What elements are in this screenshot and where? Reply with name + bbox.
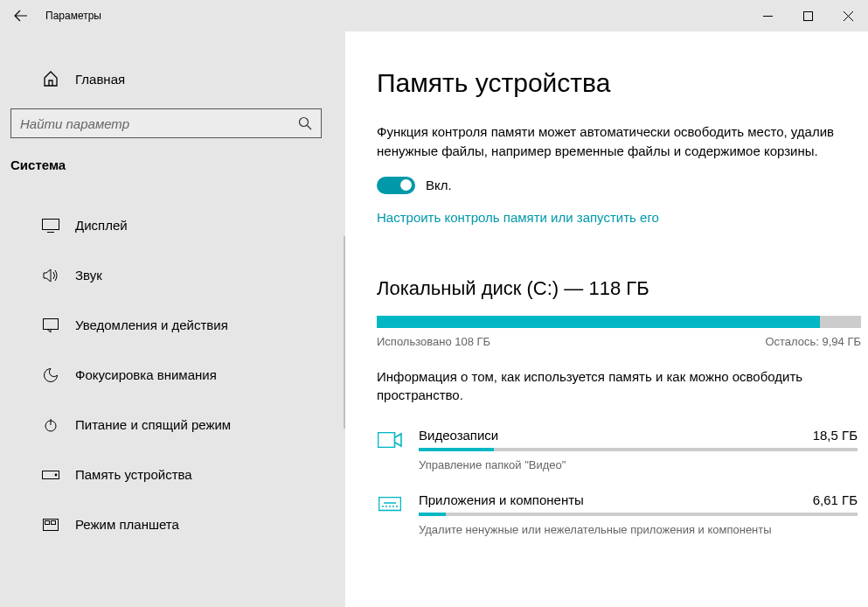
svg-rect-11 xyxy=(379,498,401,511)
category-bar xyxy=(419,513,858,516)
window-title: Параметры xyxy=(42,10,747,22)
home-nav[interactable]: Главная xyxy=(0,61,345,96)
nav-label: Звук xyxy=(75,268,102,283)
disk-usage-fill xyxy=(377,316,820,328)
maximize-button[interactable] xyxy=(788,0,828,31)
minimize-button[interactable] xyxy=(747,0,788,31)
disk-free-label: Осталось: 9,94 ГБ xyxy=(765,335,861,348)
storage-sense-description: Функция контроля памяти может автоматиче… xyxy=(377,122,849,161)
nav-focus[interactable]: Фокусировка внимания xyxy=(0,350,345,400)
nav-storage[interactable]: Память устройства xyxy=(0,450,345,499)
nav-label: Уведомления и действия xyxy=(75,317,228,332)
category-sub: Удалите ненужные или нежелательные прило… xyxy=(419,523,858,536)
nav-power[interactable]: Питание и спящий режим xyxy=(0,400,345,450)
maximize-icon xyxy=(803,11,813,21)
category-videos[interactable]: Видеозаписи 18,5 ГБ Управление папкой "В… xyxy=(377,428,858,471)
svg-rect-0 xyxy=(803,11,812,20)
toggle-state-label: Вкл. xyxy=(426,178,452,192)
search-input[interactable] xyxy=(11,116,289,131)
category-name: Видеозаписи xyxy=(419,428,498,443)
disk-title: Локальный диск (C:) — 118 ГБ xyxy=(377,277,858,300)
nav-label: Фокусировка внимания xyxy=(75,367,217,382)
category-size: 18,5 ГБ xyxy=(813,428,858,443)
nav-sound[interactable]: Звук xyxy=(0,250,345,300)
svg-rect-10 xyxy=(378,433,395,448)
tablet-icon xyxy=(42,519,59,531)
apps-icon xyxy=(377,494,403,515)
power-icon xyxy=(42,418,59,432)
nav-label: Память устройства xyxy=(75,467,192,482)
sidebar: Главная Система Дисплей Звук Уведомления… xyxy=(0,31,345,607)
category-label: Система xyxy=(0,157,345,172)
search-box[interactable] xyxy=(10,108,322,138)
svg-rect-2 xyxy=(43,219,59,229)
page-heading: Память устройства xyxy=(377,68,858,98)
minimize-icon xyxy=(763,11,773,21)
svg-rect-8 xyxy=(45,520,50,524)
svg-rect-9 xyxy=(52,520,56,524)
disk-usage-bar xyxy=(377,316,861,328)
sound-icon xyxy=(42,269,59,283)
nav-display[interactable]: Дисплей xyxy=(0,200,345,250)
svg-point-6 xyxy=(55,473,58,476)
svg-rect-3 xyxy=(44,318,59,329)
titlebar: Параметры xyxy=(0,0,868,31)
home-icon xyxy=(42,71,59,87)
notifications-icon xyxy=(42,318,59,332)
home-label: Главная xyxy=(75,72,125,87)
search-icon xyxy=(289,116,321,130)
svg-point-1 xyxy=(300,118,309,127)
configure-link[interactable]: Настроить контроль памяти или запустить … xyxy=(377,210,659,225)
nav-label: Питание и спящий режим xyxy=(75,417,231,432)
display-icon xyxy=(42,219,59,233)
disk-used-label: Использовано 108 ГБ xyxy=(377,335,490,348)
nav-label: Дисплей xyxy=(75,218,128,233)
nav-tablet[interactable]: Режим планшета xyxy=(0,499,345,549)
close-icon xyxy=(844,11,853,21)
close-button[interactable] xyxy=(828,0,868,31)
category-apps[interactable]: Приложения и компоненты 6,61 ГБ Удалите … xyxy=(377,492,858,536)
storage-icon xyxy=(42,471,59,479)
category-name: Приложения и компоненты xyxy=(419,492,584,507)
category-size: 6,61 ГБ xyxy=(813,492,858,507)
arrow-left-icon xyxy=(14,9,28,23)
focus-icon xyxy=(42,368,59,382)
category-bar xyxy=(419,448,858,451)
back-button[interactable] xyxy=(0,0,42,31)
category-sub: Управление папкой "Видео" xyxy=(419,458,858,471)
storage-sense-toggle[interactable] xyxy=(377,177,415,194)
nav-label: Режим планшета xyxy=(75,517,179,532)
content-area: Память устройства Функция контроля памят… xyxy=(345,31,868,607)
disk-info: Информация о том, как используется памят… xyxy=(377,367,849,406)
video-icon xyxy=(377,429,403,450)
nav-notifications[interactable]: Уведомления и действия xyxy=(0,300,345,350)
